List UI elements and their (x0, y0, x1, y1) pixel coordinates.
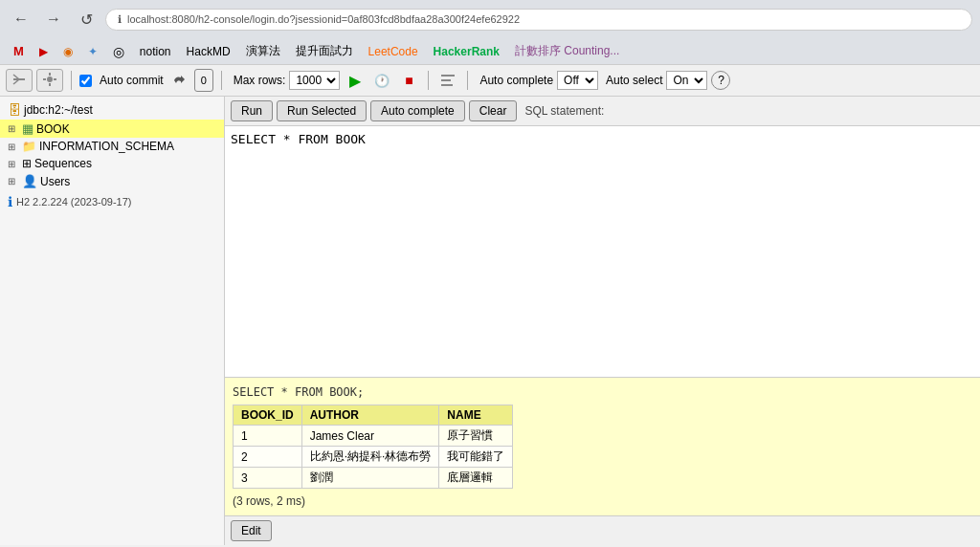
col-header-book-id: BOOK_ID (234, 405, 302, 426)
svg-rect-2 (49, 73, 51, 76)
auto-commit-checkbox[interactable] (79, 75, 92, 87)
bookmark-hackerrank[interactable]: HackerRank (428, 43, 505, 60)
separator-4 (467, 71, 468, 90)
results-table: BOOK_ID AUTHOR NAME 1James Clear原子習慣2比約恩… (233, 405, 513, 489)
sidebar-item-book[interactable]: ⊞ ▦ BOOK (0, 120, 224, 138)
stop-button[interactable]: ■ (397, 69, 420, 92)
svg-rect-6 (441, 75, 455, 77)
sidebar-connection[interactable]: 🗄 jdbc:h2:~/test (0, 100, 224, 120)
sequences-icon: ⊞ (22, 157, 32, 170)
bookmark-leetcode[interactable]: LeetCode (363, 43, 424, 60)
table-cell: 劉潤 (301, 468, 439, 489)
bookmarks-bar: M ▶ ◉ ✦ ◎ notion HackMD 演算法 提升面試力 LeetCo… (0, 38, 980, 65)
results-area: SELECT * FROM BOOK; BOOK_ID AUTHOR NAME … (225, 378, 980, 515)
help-button[interactable]: ? (711, 71, 730, 90)
results-info: (3 rows, 2 ms) (233, 494, 972, 508)
bookmark-hackmd[interactable]: HackMD (181, 43, 236, 60)
svg-point-1 (47, 77, 53, 82)
bottom-toolbar: Edit (225, 515, 980, 545)
run-sql-button[interactable]: Run (231, 100, 273, 121)
url-text: localhost:8080/h2-console/login.do?jsess… (127, 13, 520, 25)
expand-icon-2: ⊞ (8, 142, 19, 152)
bookmark-youtube[interactable]: ▶ (33, 43, 54, 60)
version-info: ℹ H2 2.2.224 (2023-09-17) (0, 190, 224, 213)
auto-select-select[interactable]: On Off (666, 71, 707, 90)
expand-icon: ⊞ (8, 123, 19, 134)
expand-icon-4: ⊞ (8, 176, 19, 186)
folder-icon: 📁 (22, 140, 36, 153)
table-row: 1James Clear原子習慣 (234, 426, 513, 447)
database-icon: 🗄 (8, 102, 21, 118)
separator-1 (71, 71, 72, 90)
auto-complete-label: Auto complete (479, 74, 553, 87)
bookmark-gmail[interactable]: M (8, 42, 30, 60)
security-icon: ℹ (118, 13, 122, 26)
run-button[interactable]: ▶ (344, 69, 367, 92)
bookmark-notion[interactable]: notion (134, 43, 177, 60)
bookmark-counting[interactable]: 計數排序 Counting... (509, 41, 625, 61)
bookmark-algorithms[interactable]: 演算法 (240, 41, 286, 61)
bookmark-interview[interactable]: 提升面試力 (290, 41, 359, 61)
sql-toolbar: Run Run Selected Auto complete Clear SQL… (225, 97, 980, 126)
connection-label: jdbc:h2:~/test (24, 103, 93, 117)
expand-icon-3: ⊞ (8, 159, 19, 169)
browser-nav: ← → ↺ ℹ localhost:8080/h2-console/login.… (0, 0, 980, 38)
table-cell: 2 (234, 447, 302, 468)
back-button[interactable]: ← (8, 6, 34, 33)
svg-rect-3 (49, 83, 51, 86)
results-query: SELECT * FROM BOOK; (233, 385, 972, 399)
info-icon: ℹ (8, 194, 12, 209)
table-cell: James Clear (301, 426, 439, 447)
sql-editor[interactable]: SELECT * FROM BOOK (225, 126, 980, 378)
reload-button[interactable]: ↺ (73, 6, 100, 33)
bookmark-translate[interactable]: ✦ (82, 43, 103, 60)
sidebar-item-sequences[interactable]: ⊞ ⊞ Sequences (0, 155, 224, 172)
max-rows-label: Max rows: (234, 74, 286, 87)
auto-complete-select[interactable]: Off On (557, 71, 598, 90)
bookmark-github[interactable]: ◎ (107, 42, 130, 61)
auto-select-label: Auto select (606, 74, 662, 87)
auto-complete-button[interactable]: Auto complete (370, 100, 465, 121)
run-selected-button[interactable]: Run Selected (277, 100, 367, 121)
sidebar-item-users[interactable]: ⊞ 👤 Users (0, 172, 224, 190)
sidebar-item-info-schema[interactable]: ⊞ 📁 INFORMATION_SCHEMA (0, 138, 224, 155)
clear-button[interactable]: Clear (469, 100, 518, 121)
sidebar-book-label: BOOK (36, 122, 70, 136)
main-area: 🗄 jdbc:h2:~/test ⊞ ▦ BOOK ⊞ 📁 INFORMATIO… (0, 97, 980, 545)
preferences-button[interactable] (36, 69, 63, 92)
max-rows-select[interactable]: 1000 500 100 10 (289, 71, 340, 90)
h2-console: Auto commit 0 Max rows: 1000 500 100 10 … (0, 65, 980, 545)
svg-rect-4 (43, 78, 46, 80)
address-bar[interactable]: ℹ localhost:8080/h2-console/login.do?jse… (105, 9, 972, 31)
separator-2 (221, 71, 222, 90)
col-header-author: AUTHOR (301, 405, 439, 426)
sidebar-users-label: Users (40, 175, 70, 188)
table-cell: 底層邏輯 (439, 468, 513, 489)
separator-3 (428, 71, 429, 90)
svg-rect-7 (441, 79, 451, 81)
format-button[interactable] (436, 69, 459, 92)
forward-button[interactable]: → (40, 6, 67, 33)
auto-commit-label: Auto commit (100, 74, 164, 87)
sidebar-infoschema-label: INFORMATION_SCHEMA (39, 140, 174, 153)
disconnect-button[interactable] (6, 69, 33, 92)
svg-rect-8 (441, 84, 453, 86)
bookmark-maps[interactable]: ◉ (57, 43, 78, 60)
content-area: Run Run Selected Auto complete Clear SQL… (225, 97, 980, 545)
table-row: 3劉潤底層邏輯 (234, 468, 513, 489)
svg-rect-5 (54, 78, 56, 80)
table-icon: ▦ (22, 121, 33, 136)
table-cell: 3 (234, 468, 302, 489)
table-row: 2比約恩·納提科·林德布勞我可能錯了 (234, 447, 513, 468)
table-cell: 比約恩·納提科·林德布勞 (301, 447, 439, 468)
history-button[interactable]: 🕐 (370, 69, 393, 92)
col-header-name: NAME (439, 405, 513, 426)
sidebar: 🗄 jdbc:h2:~/test ⊞ ▦ BOOK ⊞ 📁 INFORMATIO… (0, 97, 225, 545)
browser-chrome: ← → ↺ ℹ localhost:8080/h2-console/login.… (0, 0, 980, 65)
table-cell: 原子習慣 (439, 426, 513, 447)
table-cell: 我可能錯了 (439, 447, 513, 468)
redo-button[interactable]: 0 (194, 69, 213, 92)
undo-button[interactable] (167, 69, 190, 92)
edit-button[interactable]: Edit (231, 520, 272, 541)
main-toolbar: Auto commit 0 Max rows: 1000 500 100 10 … (0, 65, 980, 97)
